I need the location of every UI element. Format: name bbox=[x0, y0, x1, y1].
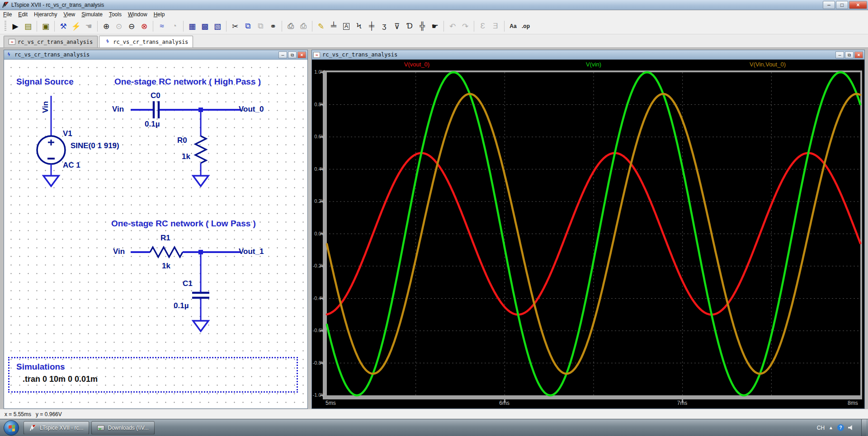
help-icon[interactable]: ? bbox=[837, 424, 844, 431]
print-icon[interactable]: ⎙ bbox=[285, 20, 297, 32]
desktop: LTspice XVII - rc_vs_cr_trans_analysis –… bbox=[0, 0, 868, 436]
waveform-tab-icon: ≈ bbox=[9, 39, 15, 45]
new-schematic-window-icon[interactable]: ▧ bbox=[212, 20, 223, 32]
tab-waveform[interactable]: ≈rc_vs_cr_trans_analysis bbox=[4, 36, 98, 47]
c1-value-label[interactable]: 0.1µ bbox=[174, 301, 189, 310]
plot-frame-top bbox=[325, 70, 862, 72]
c1-ref-label[interactable]: C1 bbox=[183, 279, 193, 288]
mirror-icon: Ǝ bbox=[490, 20, 501, 32]
trace-label-V(vout_0)[interactable]: V(vout_0) bbox=[404, 61, 429, 68]
schematic-window-titlebar[interactable]: ϟ rc_vs_cr_trans_analysis – ⧉ × bbox=[4, 50, 307, 60]
volume-icon[interactable] bbox=[848, 425, 854, 431]
lp-out-net-label[interactable]: Vout_1 bbox=[239, 247, 264, 256]
trace-label-V(vin)[interactable]: V(vin) bbox=[586, 61, 601, 68]
menu-simulate[interactable]: Simulate bbox=[78, 11, 106, 18]
language-indicator[interactable]: CH bbox=[817, 425, 825, 431]
r0-ref-label[interactable]: R0 bbox=[177, 136, 187, 145]
find-icon[interactable]: ⚭ bbox=[267, 20, 279, 32]
trace-label-V(Vin,Vout_0)[interactable]: V(Vin,Vout_0) bbox=[750, 61, 786, 68]
tile-windows-icon[interactable]: ▦ bbox=[186, 20, 198, 32]
save-icon[interactable]: ▣ bbox=[40, 20, 52, 32]
tray-expand-icon[interactable]: ▲ bbox=[829, 425, 833, 430]
inductor-icon[interactable]: ʒ bbox=[378, 20, 390, 32]
taskbar-button-downloads[interactable]: Downloads (\\V... bbox=[91, 421, 154, 435]
r1-value-label[interactable]: 1k bbox=[162, 262, 170, 271]
schematic-minimize-button[interactable]: – bbox=[278, 52, 287, 58]
waveform-window-titlebar[interactable]: ≈ rc_vs_cr_trans_analysis – ⧉ × bbox=[312, 50, 864, 60]
windows-flag-icon bbox=[9, 425, 15, 431]
taskbar-button-downloads-label: Downloads (\\V... bbox=[108, 425, 148, 431]
menu-tools[interactable]: Tools bbox=[106, 11, 125, 18]
waveform-pane-icon[interactable]: ≈ bbox=[156, 20, 168, 32]
menu-help[interactable]: Help bbox=[151, 11, 168, 18]
signal-source-title[interactable]: Signal Source bbox=[16, 77, 74, 87]
hp-in-net-label[interactable]: Vin bbox=[112, 105, 124, 114]
waveform-plot[interactable] bbox=[312, 60, 864, 408]
c0-ref-label[interactable]: C0 bbox=[151, 91, 160, 100]
menu-hierarchy[interactable]: Hierarchy bbox=[31, 11, 60, 18]
diode-icon[interactable]: ⊽ bbox=[391, 20, 403, 32]
r0-ground-symbol bbox=[193, 176, 208, 186]
menu-file[interactable]: File bbox=[0, 11, 15, 18]
v1-ref-label[interactable]: V1 bbox=[63, 129, 72, 138]
wire-pencil-icon[interactable]: ✎ bbox=[315, 20, 327, 32]
move-icon[interactable]: ╬ bbox=[416, 20, 428, 32]
c0-value-label[interactable]: 0.1µ bbox=[145, 120, 160, 129]
minimize-button[interactable]: – bbox=[823, 1, 835, 9]
start-button[interactable] bbox=[4, 420, 19, 436]
spice-directive-icon[interactable]: .op bbox=[520, 20, 532, 32]
zoom-out-icon[interactable]: ⊖ bbox=[126, 20, 137, 32]
schematic-restore-button[interactable]: ⧉ bbox=[288, 52, 297, 58]
x-axis-tick-label: 5ms bbox=[326, 400, 336, 406]
close-button[interactable]: × bbox=[849, 1, 867, 9]
lp-in-net-label[interactable]: Vin bbox=[113, 247, 125, 256]
v1-ac-label[interactable]: AC 1 bbox=[63, 161, 80, 170]
cut-icon[interactable]: ✂ bbox=[229, 20, 241, 32]
network-drive-icon bbox=[97, 425, 104, 431]
high-pass-title[interactable]: One-stage RC network ( High Pass ) bbox=[114, 77, 261, 87]
drag-icon[interactable]: ☛ bbox=[429, 20, 441, 32]
menu-view[interactable]: View bbox=[60, 11, 78, 18]
schematic-window-title: rc_vs_cr_trans_analysis bbox=[14, 52, 90, 58]
zoom-full-extents-icon[interactable]: ⊗ bbox=[138, 20, 150, 32]
print-preview-icon[interactable]: ⎙ bbox=[297, 20, 309, 32]
cascade-windows-icon[interactable]: ▩ bbox=[199, 20, 211, 32]
waveform-close-button[interactable]: × bbox=[854, 52, 863, 58]
low-pass-title[interactable]: One-stage RC network ( Low Pass ) bbox=[111, 219, 256, 229]
source-net-label[interactable]: Vin bbox=[41, 87, 50, 113]
waveform-minimize-button[interactable]: – bbox=[835, 52, 844, 58]
schematic-canvas[interactable]: Signal Source One-stage RC network ( Hig… bbox=[4, 60, 307, 408]
toolbar-separator bbox=[282, 21, 282, 32]
schematic-close-button[interactable]: × bbox=[297, 52, 306, 58]
r0-value-label[interactable]: 1k bbox=[182, 152, 190, 161]
tran-directive[interactable]: .tran 0 10m 0 0.01m bbox=[23, 375, 98, 384]
toolbar-separator bbox=[474, 21, 474, 32]
taskbar-button-ltspice[interactable]: LTspice XVII - rc... bbox=[24, 421, 89, 435]
tab-schematic[interactable]: ϟrc_vs_cr_trans_analysis bbox=[99, 36, 193, 47]
waveform-restore-button[interactable]: ⧉ bbox=[845, 52, 854, 58]
ground-icon[interactable]: ╧ bbox=[328, 20, 340, 32]
menu-window[interactable]: Window bbox=[125, 11, 151, 18]
resistor-icon[interactable]: Ϟ bbox=[353, 20, 365, 32]
toolbar-grip[interactable] bbox=[5, 21, 6, 32]
ltspice-app-icon bbox=[2, 1, 9, 9]
hp-out-net-label[interactable]: Vout_0 bbox=[239, 105, 264, 114]
waveform-plot-area[interactable]: V(vout_0)V(vin)V(Vin,Vout_0)1.0V0.8V0.6V… bbox=[312, 60, 864, 408]
open-icon[interactable]: ▤ bbox=[22, 20, 34, 32]
net-label-icon[interactable]: A bbox=[340, 20, 352, 32]
run-icon[interactable]: ▶ bbox=[9, 20, 21, 32]
simulations-title[interactable]: Simulations bbox=[16, 362, 65, 372]
control-panel-icon[interactable]: ⚒ bbox=[57, 20, 69, 32]
r1-ref-label[interactable]: R1 bbox=[160, 234, 170, 243]
halt-run-icon[interactable]: ⚡ bbox=[70, 20, 82, 32]
zoom-in-icon[interactable]: ⊕ bbox=[100, 20, 112, 32]
maximize-button[interactable]: □ bbox=[836, 1, 848, 9]
copy-icon[interactable]: ⧉ bbox=[242, 20, 254, 32]
capacitor-icon[interactable]: ╪ bbox=[366, 20, 377, 32]
text-icon[interactable]: Aa bbox=[507, 20, 519, 32]
window-titlebar[interactable]: LTspice XVII - rc_vs_cr_trans_analysis –… bbox=[0, 0, 868, 10]
component-icon[interactable]: Ɗ bbox=[404, 20, 415, 32]
show-desktop-button[interactable] bbox=[861, 419, 866, 436]
menu-edit[interactable]: Edit bbox=[15, 11, 31, 18]
v1-value-label[interactable]: SINE(0 1 919) bbox=[71, 141, 119, 150]
